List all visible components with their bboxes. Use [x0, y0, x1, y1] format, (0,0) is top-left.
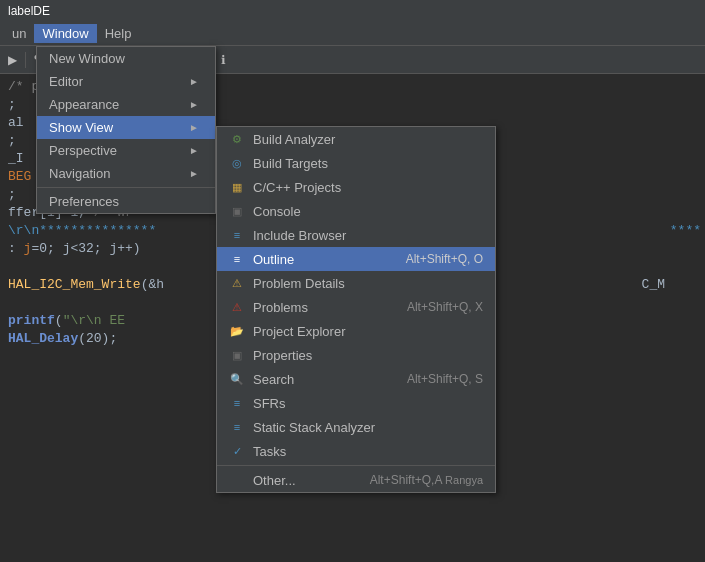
problems-shortcut: Alt+Shift+Q, X	[407, 300, 483, 314]
sv-other[interactable]: Other... Alt+Shift+Q,A Rangya	[217, 468, 495, 492]
sv-static-stack-analyzer[interactable]: ≡ Static Stack Analyzer	[217, 415, 495, 439]
menu-new-window[interactable]: New Window	[37, 47, 215, 70]
menu-appearance[interactable]: Appearance ►	[37, 93, 215, 116]
sv-build-targets[interactable]: ◎ Build Targets	[217, 151, 495, 175]
sv-tasks[interactable]: ✓ Tasks	[217, 439, 495, 463]
toolbar-run-btn[interactable]: ▶	[4, 51, 21, 69]
sv-sfrs[interactable]: ≡ SFRs	[217, 391, 495, 415]
menu-show-view[interactable]: Show View ►	[37, 116, 215, 139]
perspective-arrow: ►	[189, 145, 199, 156]
window-dropdown: New Window Editor ► Appearance ► Show Vi…	[36, 46, 216, 214]
build-analyzer-icon: ⚙	[229, 131, 245, 147]
sv-build-analyzer[interactable]: ⚙ Build Analyzer	[217, 127, 495, 151]
other-icon	[229, 472, 245, 488]
watermark-text: Rangya	[445, 474, 483, 486]
title-bar: labelDE	[0, 0, 705, 22]
tasks-icon: ✓	[229, 443, 245, 459]
menu-editor[interactable]: Editor ►	[37, 70, 215, 93]
toolbar-sep-1	[25, 52, 26, 68]
menu-bar: un Window Help	[0, 22, 705, 46]
sfrs-icon: ≡	[229, 395, 245, 411]
include-browser-icon: ≡	[229, 227, 245, 243]
sv-search[interactable]: 🔍 Search Alt+Shift+Q, S	[217, 367, 495, 391]
title-text: labelDE	[8, 4, 50, 18]
sv-include-browser[interactable]: ≡ Include Browser	[217, 223, 495, 247]
menu-window[interactable]: Window	[34, 24, 96, 43]
sv-cpp-projects[interactable]: ▦ C/C++ Projects	[217, 175, 495, 199]
menu-navigation[interactable]: Navigation ►	[37, 162, 215, 185]
search-icon: 🔍	[229, 371, 245, 387]
sv-console[interactable]: ▣ Console	[217, 199, 495, 223]
search-shortcut: Alt+Shift+Q, S	[407, 372, 483, 386]
outline-icon: ≡	[229, 251, 245, 267]
menu-preferences[interactable]: Preferences	[37, 190, 215, 213]
sv-properties[interactable]: ▣ Properties	[217, 343, 495, 367]
navigation-arrow: ►	[189, 168, 199, 179]
editor-arrow: ►	[189, 76, 199, 87]
sv-problem-details[interactable]: ⚠ Problem Details	[217, 271, 495, 295]
project-explorer-icon: 📂	[229, 323, 245, 339]
static-stack-analyzer-icon: ≡	[229, 419, 245, 435]
sv-project-explorer[interactable]: 📂 Project Explorer	[217, 319, 495, 343]
cpp-projects-icon: ▦	[229, 179, 245, 195]
sv-problems[interactable]: ⚠ Problems Alt+Shift+Q, X	[217, 295, 495, 319]
sv-divider	[217, 465, 495, 466]
problem-details-icon: ⚠	[229, 275, 245, 291]
other-shortcut: Alt+Shift+Q,A Rangya	[370, 473, 483, 487]
properties-icon: ▣	[229, 347, 245, 363]
build-targets-icon: ◎	[229, 155, 245, 171]
toolbar-info-btn[interactable]: ℹ	[217, 51, 230, 69]
outline-shortcut: Alt+Shift+Q, O	[406, 252, 483, 266]
sv-outline[interactable]: ≡ Outline Alt+Shift+Q, O	[217, 247, 495, 271]
problems-icon: ⚠	[229, 299, 245, 315]
showview-submenu: ⚙ Build Analyzer ◎ Build Targets ▦ C/C++…	[216, 126, 496, 493]
menu-divider	[37, 187, 215, 188]
console-icon: ▣	[229, 203, 245, 219]
appearance-arrow: ►	[189, 99, 199, 110]
menu-perspective[interactable]: Perspective ►	[37, 139, 215, 162]
show-view-arrow: ►	[189, 122, 199, 133]
menu-run[interactable]: un	[4, 24, 34, 43]
menu-help[interactable]: Help	[97, 24, 140, 43]
